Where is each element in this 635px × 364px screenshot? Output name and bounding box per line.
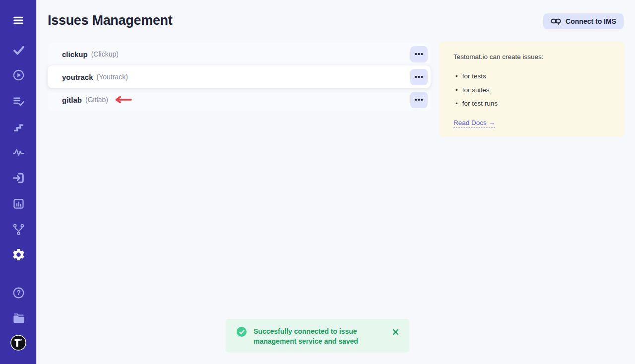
ims-row-clickup[interactable]: clickup (Clickup) (48, 43, 431, 65)
branches-icon[interactable] (10, 221, 27, 238)
help-icon[interactable]: ? (10, 284, 27, 301)
reports-chart-icon[interactable] (10, 195, 27, 212)
ims-row-gitlab[interactable]: gitlab (Gitlab) (48, 88, 431, 111)
settings-gear-icon[interactable] (10, 246, 27, 263)
row-actions-button[interactable] (410, 69, 428, 85)
dot (418, 76, 420, 78)
dot (421, 53, 423, 55)
dot (418, 53, 420, 55)
toast-message: Succesfully connected to issue managemen… (254, 326, 383, 346)
success-check-icon (237, 327, 247, 337)
dot (415, 76, 417, 78)
run-play-icon[interactable] (10, 66, 27, 83)
row-actions-button[interactable] (410, 92, 428, 108)
testomat-logo[interactable] (10, 334, 27, 351)
red-arrow-annotation-icon (113, 96, 132, 104)
info-panel-list: for tests for suites for test runs (453, 72, 610, 107)
info-panel: Testomat.io can create issues: for tests… (440, 42, 624, 137)
dot (421, 99, 423, 101)
info-panel-item: for tests (453, 72, 610, 80)
connect-to-ims-label: Connect to IMS (566, 17, 616, 25)
svg-text:?: ? (16, 289, 21, 297)
projects-folder-icon[interactable] (10, 309, 27, 326)
dot (415, 53, 417, 55)
ims-row-youtrack[interactable]: youtrack (Youtrack) (48, 65, 431, 88)
ims-type: (Gitlab) (85, 96, 108, 104)
dot (415, 99, 417, 101)
ims-name: clickup (62, 50, 88, 59)
link-chain-icon (551, 17, 561, 26)
sidebar: ? (0, 0, 37, 364)
dot (421, 76, 423, 78)
steps-icon[interactable] (10, 118, 27, 135)
hamburger-menu-icon[interactable] (10, 12, 27, 29)
row-actions-button[interactable] (410, 46, 428, 62)
toast-close-icon[interactable] (391, 327, 400, 338)
info-panel-title: Testomat.io can create issues: (453, 53, 610, 61)
app-window: ? Issues Management Connect to IMS click… (0, 0, 635, 364)
success-toast: Succesfully connected to issue managemen… (226, 319, 409, 353)
page-title: Issues Management (48, 13, 173, 28)
ims-type: (Clickup) (91, 50, 119, 58)
ims-name: gitlab (62, 96, 82, 104)
ims-name: youtrack (62, 73, 93, 81)
info-panel-item: for suites (453, 86, 610, 94)
analytics-pulse-icon[interactable] (10, 144, 27, 161)
tests-check-icon[interactable] (10, 41, 27, 58)
read-docs-link[interactable]: Read Docs → (453, 119, 495, 128)
info-panel-item: for test runs (453, 100, 610, 107)
connect-to-ims-button[interactable]: Connect to IMS (543, 13, 624, 29)
test-plans-icon[interactable] (10, 92, 27, 109)
ims-type: (Youtrack) (97, 73, 128, 81)
import-icon[interactable] (10, 170, 27, 186)
dot (418, 99, 420, 101)
ims-list: clickup (Clickup) youtrack (Youtrack) gi… (48, 43, 431, 111)
